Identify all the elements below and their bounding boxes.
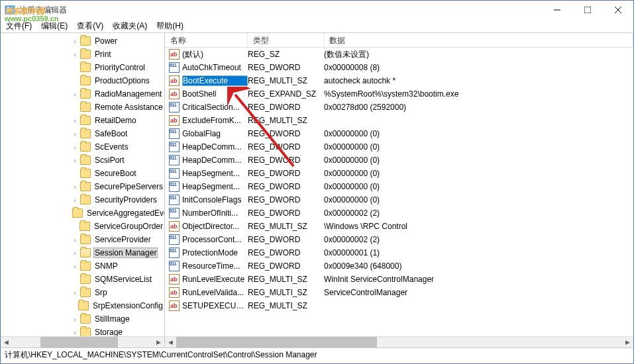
folder-icon [80,76,91,85]
expand-arrow-icon[interactable]: › [71,250,79,257]
list-row[interactable]: HeapDeComm...REG_DWORD0x00000000 (0) [165,140,633,154]
list-row[interactable]: HeapDeComm...REG_DWORD0x00000000 (0) [165,154,633,167]
scroll-right-icon[interactable]: ▶ [153,337,164,347]
menu-edit[interactable]: 编辑(E) [41,21,68,32]
tree-item[interactable]: ›Print [1,48,164,61]
list-hscrollbar[interactable]: ◀ ▶ [165,336,633,347]
folder-icon [78,301,89,310]
list-row[interactable]: CriticalSection...REG_DWORD0x00278d00 (2… [165,101,633,114]
tree-item[interactable]: ›RadioManagement [1,87,164,101]
expand-arrow-icon[interactable]: › [71,130,79,138]
value-data: \Windows \RPC Control [324,222,633,231]
list-row[interactable]: ResourceTime...REG_DWORD0x0009e340 (6480… [165,259,633,273]
folder-icon [80,103,91,112]
value-data: 0x00000000 (0) [324,129,633,138]
maximize-button[interactable] [572,1,603,19]
folder-icon [80,169,91,178]
tree-item[interactable]: ›ServiceProvider [1,233,164,246]
scroll-left-icon[interactable]: ◀ [1,337,12,347]
value-data: autocheck autochk * [324,76,633,85]
tree-item[interactable]: PriorityControl [1,61,164,74]
scroll-thumb[interactable] [176,337,377,347]
list-row[interactable]: ProcessorCont...REG_DWORD0x00000002 (2) [165,233,633,246]
close-button[interactable] [603,1,633,19]
binary-value-icon [169,248,180,258]
scroll-left-icon[interactable]: ◀ [165,337,176,347]
tree-item-label: SecurePipeServers [93,182,164,191]
folder-icon [80,275,91,284]
tree-item[interactable]: ›ScEvents [1,140,164,154]
tree-item[interactable]: ›SecurePipeServers [1,180,164,193]
string-value-icon [169,274,180,285]
col-header-type[interactable]: 类型 [248,33,324,47]
list-row[interactable]: BootExecuteREG_MULTI_SZautocheck autochk… [165,74,633,87]
tree-item[interactable]: ›ScsiPort [1,154,164,167]
list-row[interactable]: (默认)REG_SZ(数值未设置) [165,48,633,61]
scroll-thumb[interactable] [40,337,118,347]
tree-item[interactable]: ServiceAggregatedEvents [1,206,164,220]
expand-arrow-icon[interactable]: › [71,263,79,270]
tree-item[interactable]: SQMServiceList [1,273,164,286]
list-row[interactable]: HeapSegment...REG_DWORD0x00000000 (0) [165,180,633,193]
expand-arrow-icon[interactable]: › [71,91,79,98]
value-data: %SystemRoot%\system32\bootim.exe [324,89,633,99]
col-header-data[interactable]: 数据 [324,33,633,47]
tree-item[interactable]: ›Srp [1,286,164,299]
list-row[interactable]: ObjectDirector...REG_MULTI_SZ\Windows \R… [165,220,633,233]
scroll-right-icon[interactable]: ▶ [622,337,633,347]
tree-item[interactable]: ServiceGroupOrder [1,220,164,233]
expand-arrow-icon[interactable]: › [71,197,79,204]
list-row[interactable]: InitConsoleFlagsREG_DWORD0x00000000 (0) [165,193,633,206]
list-row[interactable]: GlobalFlagREG_DWORD0x00000000 (0) [165,127,633,140]
list-row[interactable]: RunLevelExecuteREG_MULTI_SZWinInit Servi… [165,273,633,286]
value-data: ServiceControlManager [324,288,633,297]
value-name: ExcludeFromK... [182,116,248,125]
svg-rect-3 [7,11,10,13]
tree-item[interactable]: Remote Assistance [1,101,164,114]
list-row[interactable]: ExcludeFromK...REG_MULTI_SZ [165,114,633,127]
expand-arrow-icon[interactable]: › [71,329,79,336]
tree-item-label: SrpExtensionConfig [91,301,164,310]
tree-item[interactable]: ›SNMP [1,259,164,273]
value-type: REG_DWORD [248,156,324,165]
menu-file[interactable]: 文件(F) [6,21,32,32]
menu-help[interactable]: 帮助(H) [156,21,184,32]
expand-arrow-icon[interactable]: › [71,38,79,45]
list-row[interactable]: SETUPEXECUTEREG_MULTI_SZ [165,299,633,312]
expand-arrow-icon[interactable]: › [71,51,79,58]
list-pane[interactable]: 名称 类型 数据 (默认)REG_SZ(数值未设置)AutoChkTimeout… [165,33,633,347]
tree-item[interactable]: ›SecurityProviders [1,193,164,206]
expand-arrow-icon[interactable]: › [71,289,79,296]
tree-item[interactable]: ›RetailDemo [1,114,164,127]
menu-view[interactable]: 查看(V) [77,21,103,32]
expand-arrow-icon[interactable]: › [71,144,79,151]
tree-item[interactable]: ›StillImage [1,312,164,326]
list-row[interactable]: AutoChkTimeoutREG_DWORD0x00000008 (8) [165,61,633,74]
list-row[interactable]: NumberOfIniti...REG_DWORD0x00000002 (2) [165,206,633,220]
expand-arrow-icon[interactable]: › [71,316,79,323]
tree-item[interactable]: ›SafeBoot [1,127,164,140]
tree-item[interactable]: ›Session Manager [1,246,164,259]
expand-arrow-icon[interactable]: › [71,157,79,164]
value-name: CriticalSection... [182,103,248,112]
tree-item[interactable]: ›Power [1,34,164,48]
tree-pane[interactable]: ›Power›PrintPriorityControlProductOption… [1,33,165,347]
value-name: ObjectDirector... [182,222,248,231]
list-row[interactable]: ProtectionModeREG_DWORD0x00000001 (1) [165,246,633,259]
list-row[interactable]: HeapSegment...REG_DWORD0x00000000 (0) [165,167,633,180]
menu-favorites[interactable]: 收藏夹(A) [113,21,147,32]
value-type: REG_DWORD [248,129,324,138]
tree-item[interactable]: SrpExtensionConfig [1,299,164,312]
minimize-button[interactable] [542,1,572,19]
binary-value-icon [169,168,180,179]
list-row[interactable]: RunLevelValida...REG_MULTI_SZServiceCont… [165,286,633,299]
list-row[interactable]: BootShellREG_EXPAND_SZ%SystemRoot%\syste… [165,87,633,101]
tree-item[interactable]: ProductOptions [1,74,164,87]
tree-item-label: ScsiPort [93,156,126,165]
expand-arrow-icon[interactable]: › [71,183,79,191]
expand-arrow-icon[interactable]: › [71,236,79,244]
tree-item[interactable]: SecureBoot [1,167,164,180]
expand-arrow-icon[interactable]: › [71,117,79,124]
col-header-name[interactable]: 名称 [165,33,248,47]
tree-hscrollbar[interactable]: ◀ ▶ [1,336,164,347]
